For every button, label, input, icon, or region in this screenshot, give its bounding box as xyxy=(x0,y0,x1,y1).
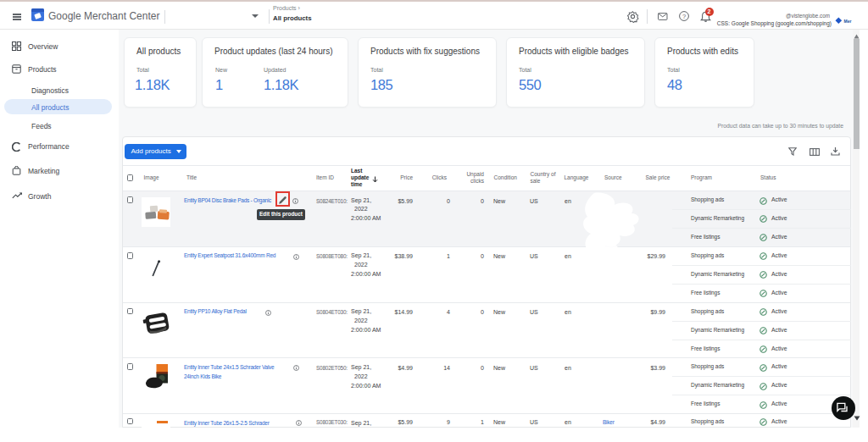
svg-text:?: ? xyxy=(682,13,686,20)
svg-text:Mer: Mer xyxy=(844,19,852,24)
